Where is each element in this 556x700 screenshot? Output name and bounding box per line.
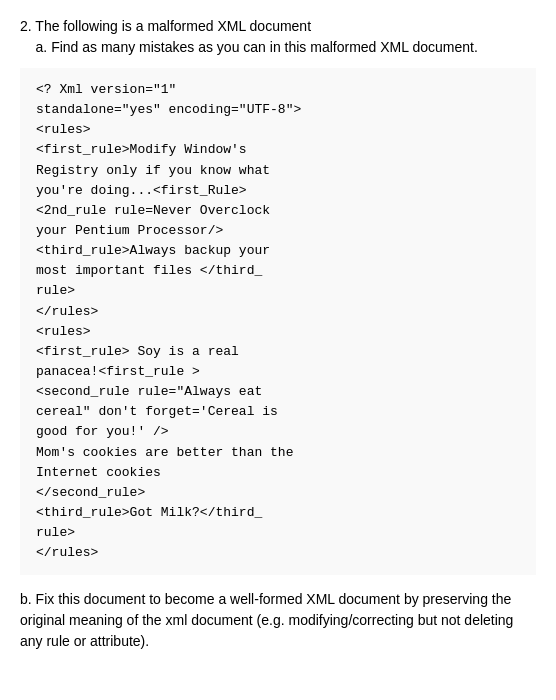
main-content: 2. The following is a malformed XML docu… [20, 16, 536, 652]
sub-b-section: b. Fix this document to become a well-fo… [20, 589, 536, 652]
code-block: <? Xml version="1" standalone="yes" enco… [20, 68, 536, 575]
sub-b-text: Fix this document to become a well-forme… [20, 591, 513, 649]
question-intro: The following is a malformed XML documen… [35, 18, 311, 34]
sub-a-text: Find as many mistakes as you can in this… [51, 39, 478, 55]
question-header: 2. The following is a malformed XML docu… [20, 16, 536, 58]
sub-a-label: a. [36, 39, 48, 55]
sub-b-label: b. [20, 591, 32, 607]
question-number: 2. [20, 18, 32, 34]
